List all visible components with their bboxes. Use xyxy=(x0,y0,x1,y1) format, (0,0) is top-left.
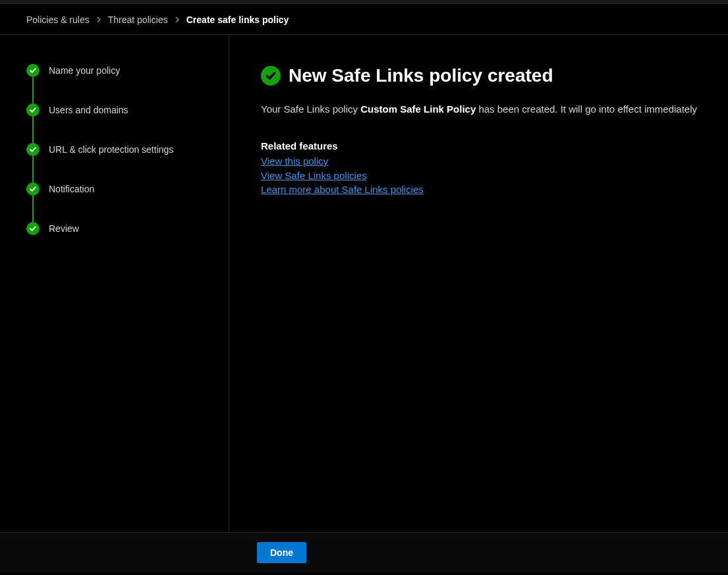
breadcrumb-item-policies-rules[interactable]: Policies & rules xyxy=(26,14,90,25)
step-notification[interactable]: Notification xyxy=(26,182,215,196)
link-learn-more-safe-links[interactable]: Learn more about Safe Links policies xyxy=(261,182,424,197)
step-connector xyxy=(32,117,34,143)
chevron-right-icon xyxy=(96,16,101,24)
description-prefix: Your Safe Links policy xyxy=(261,103,360,115)
step-connector xyxy=(32,196,34,222)
checkmark-circle-icon xyxy=(26,222,40,235)
step-name-your-policy[interactable]: Name your policy xyxy=(26,64,215,77)
footer: Done xyxy=(0,532,728,572)
checkmark-circle-icon xyxy=(26,143,40,156)
page-title: New Safe Links policy created xyxy=(289,65,553,86)
checkmark-circle-icon xyxy=(26,64,40,77)
main-area: Name your policy Users and domains URL &… xyxy=(0,35,728,532)
wizard-steps: Name your policy Users and domains URL &… xyxy=(26,64,215,235)
policy-name: Custom Safe Link Policy xyxy=(360,103,476,115)
breadcrumb: Policies & rules Threat policies Create … xyxy=(0,4,728,35)
step-connector xyxy=(32,156,34,182)
step-label: Notification xyxy=(49,184,94,194)
step-review[interactable]: Review xyxy=(26,222,215,235)
step-label: Name your policy xyxy=(49,65,120,76)
link-view-safe-links-policies[interactable]: View Safe Links policies xyxy=(261,169,367,183)
wizard-sidebar: Name your policy Users and domains URL &… xyxy=(0,35,229,532)
breadcrumb-item-create-safe-links-policy: Create safe links policy xyxy=(186,14,289,25)
step-url-click-protection[interactable]: URL & click protection settings xyxy=(26,143,215,156)
checkmark-circle-icon xyxy=(26,182,40,196)
related-features-heading: Related features xyxy=(261,140,721,151)
policy-created-description: Your Safe Links policy Custom Safe Link … xyxy=(261,102,721,117)
step-label: Review xyxy=(49,223,79,234)
link-view-this-policy[interactable]: View this policy xyxy=(261,154,328,169)
checkmark-circle-icon xyxy=(26,103,40,117)
chevron-right-icon xyxy=(175,16,180,24)
step-users-and-domains[interactable]: Users and domains xyxy=(26,103,215,117)
step-connector xyxy=(32,77,34,103)
done-button[interactable]: Done xyxy=(257,542,306,563)
step-label: Users and domains xyxy=(49,105,128,115)
breadcrumb-item-threat-policies[interactable]: Threat policies xyxy=(108,14,168,25)
related-links: View this policy View Safe Links policie… xyxy=(261,154,721,197)
description-suffix: has been created. It will go into effect… xyxy=(476,103,697,115)
step-label: URL & click protection settings xyxy=(49,144,173,155)
page-header: New Safe Links policy created xyxy=(261,65,721,86)
checkmark-circle-icon xyxy=(261,66,281,86)
content-panel: New Safe Links policy created Your Safe … xyxy=(229,35,728,532)
